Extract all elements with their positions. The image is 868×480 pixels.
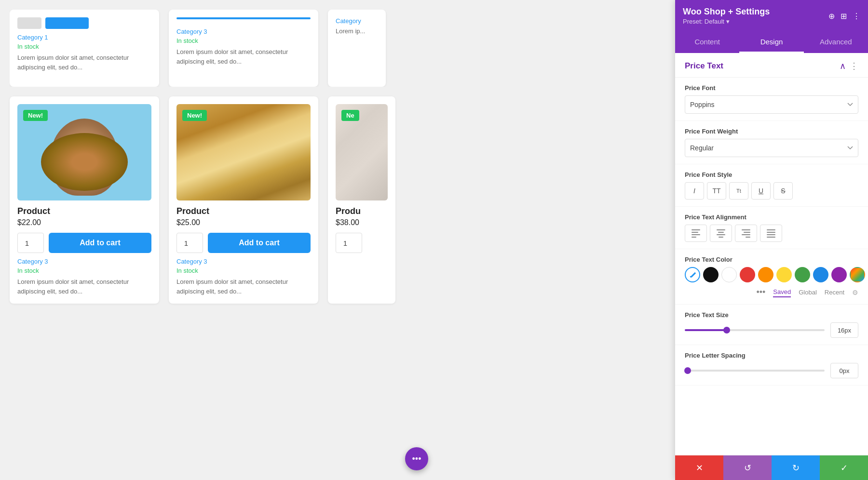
color-green[interactable] — [795, 267, 810, 282]
align-justify-line-3 — [767, 234, 775, 235]
align-line-4 — [692, 237, 696, 238]
top-card-1-desc: Lorem ipsum dolor sit amet, consectetur … — [17, 53, 151, 72]
tab-advanced-label: Advanced — [820, 38, 852, 46]
panel-target-icon[interactable]: ⊕ — [828, 12, 835, 21]
align-line-1 — [692, 229, 700, 230]
product-card-3: Ne Produ $38.00 — [328, 96, 395, 304]
color-red[interactable] — [740, 267, 755, 282]
section-header: Price Text ∧ ⋮ — [675, 53, 868, 78]
color-yellow[interactable] — [776, 267, 792, 282]
tab-content[interactable]: Content — [675, 32, 739, 53]
redo-button[interactable]: ↻ — [772, 455, 820, 480]
fab-dots-icon: ••• — [412, 454, 421, 464]
product-2-category[interactable]: Category 3 — [176, 258, 311, 265]
price-font-style-label: Price Font Style — [685, 171, 858, 178]
align-buttons — [685, 225, 858, 242]
style-titlecase-btn[interactable]: TT — [707, 182, 726, 200]
panel-header: Woo Shop + Settings Preset: Default ▾ ⊕ … — [675, 0, 868, 32]
align-right-line-3 — [742, 234, 750, 235]
color-eyedropper[interactable] — [685, 267, 700, 282]
price-font-field: Price Font Poppins — [675, 78, 868, 121]
settings-panel: Woo Shop + Settings Preset: Default ▾ ⊕ … — [675, 0, 868, 480]
product-1-title: Product — [17, 206, 151, 216]
product-2-add-to-cart[interactable]: Add to cart — [208, 233, 311, 253]
top-card-1-category[interactable]: Category 1 — [17, 34, 151, 41]
style-strikethrough-btn[interactable]: S — [773, 182, 793, 200]
align-right-btn[interactable] — [735, 225, 757, 242]
align-line-3 — [692, 234, 700, 235]
price-font-weight-label: Price Font Weight — [685, 128, 858, 135]
align-justify-btn[interactable] — [760, 225, 782, 242]
align-justify-line-1 — [767, 229, 775, 230]
align-left-icon — [692, 229, 700, 238]
align-center-line-3 — [717, 234, 725, 235]
price-text-color-label: Price Text Color — [685, 256, 858, 263]
color-gradient[interactable] — [850, 267, 865, 282]
color-tab-saved[interactable]: Saved — [773, 287, 791, 297]
panel-content: Price Text ∧ ⋮ Price Font Poppins Price … — [675, 53, 868, 455]
confirm-button[interactable]: ✓ — [820, 455, 868, 480]
color-settings-icon[interactable]: ⚙ — [852, 289, 858, 296]
panel-bottom-toolbar: ✕ ↺ ↻ ✓ — [675, 455, 868, 480]
style-underline-btn[interactable]: U — [751, 182, 771, 200]
product-1-actions: Add to cart — [17, 233, 151, 253]
preset-chevron-icon: ▾ — [726, 18, 730, 25]
tab-design[interactable]: Design — [739, 32, 803, 53]
price-letter-spacing-slider-row — [685, 363, 858, 378]
color-blue[interactable] — [813, 267, 828, 282]
top-row: Category 1 In stock Lorem ipsum dolor si… — [10, 10, 477, 87]
style-smallcaps-btn[interactable]: Tt — [729, 182, 748, 200]
price-text-size-thumb[interactable] — [723, 327, 730, 333]
align-left-btn[interactable] — [685, 225, 707, 242]
product-grid: Category 1 In stock Lorem ipsum dolor si… — [0, 0, 487, 480]
price-font-weight-select[interactable]: Regular — [685, 139, 858, 157]
top-card-1-btn[interactable] — [45, 17, 89, 29]
product-1-add-to-cart[interactable]: Add to cart — [49, 233, 151, 253]
align-right-icon — [742, 229, 750, 238]
panel-title-area: Woo Shop + Settings Preset: Default ▾ — [683, 7, 770, 25]
tab-design-label: Design — [760, 38, 783, 46]
align-center-icon — [717, 229, 725, 238]
undo-button[interactable]: ↺ — [723, 455, 772, 480]
price-font-select[interactable]: Poppins — [685, 95, 858, 114]
product-3-badge: Ne — [341, 110, 359, 121]
collapse-icon[interactable]: ∧ — [840, 61, 846, 71]
price-font-weight-field: Price Font Weight Regular — [675, 121, 868, 164]
price-text-size-field: Price Text Size — [675, 305, 868, 345]
top-card-1-stock: In stock — [17, 43, 151, 50]
section-title: Price Text — [685, 61, 723, 71]
color-orange[interactable] — [758, 267, 773, 282]
price-letter-spacing-thumb[interactable] — [684, 367, 691, 374]
tab-advanced[interactable]: Advanced — [804, 32, 868, 53]
price-letter-spacing-field: Price Letter Spacing — [675, 345, 868, 386]
fab-button[interactable]: ••• — [405, 447, 428, 470]
cancel-button[interactable]: ✕ — [675, 455, 723, 480]
top-card-2-category[interactable]: Category 3 — [176, 28, 311, 35]
panel-columns-icon[interactable]: ⊞ — [841, 12, 847, 21]
product-3-title: Produ — [336, 206, 388, 216]
product-3-image-wrap: Ne — [336, 104, 388, 200]
color-black[interactable] — [703, 267, 719, 282]
style-buttons: I TT Tt U S — [685, 182, 858, 200]
color-tab-global[interactable]: Global — [799, 288, 817, 297]
product-2-qty[interactable] — [176, 233, 203, 253]
product-2-image-wrap: New! — [176, 104, 311, 200]
product-1-category[interactable]: Category 3 — [17, 258, 151, 265]
top-card-3: Category Lorem ip... — [328, 10, 386, 87]
color-more-dots[interactable]: ••• — [756, 287, 765, 297]
panel-more-icon[interactable]: ⋮ — [853, 12, 860, 21]
price-text-size-value[interactable] — [830, 322, 858, 338]
align-center-btn[interactable] — [710, 225, 732, 242]
product-2-desc: Lorem ipsum dolor sit amet, consectetur … — [176, 277, 311, 296]
section-more-icon[interactable]: ⋮ — [850, 61, 858, 71]
product-1-qty[interactable] — [17, 233, 44, 253]
color-purple[interactable] — [831, 267, 847, 282]
align-center-line-1 — [717, 229, 725, 230]
price-letter-spacing-value[interactable] — [830, 363, 858, 378]
top-card-3-category[interactable]: Category — [336, 17, 378, 25]
style-italic-btn[interactable]: I — [685, 182, 704, 200]
color-tab-recent[interactable]: Recent — [825, 288, 844, 297]
color-white[interactable] — [721, 267, 737, 282]
product-2-stock: In stock — [176, 267, 311, 274]
product-3-qty[interactable] — [336, 233, 362, 253]
